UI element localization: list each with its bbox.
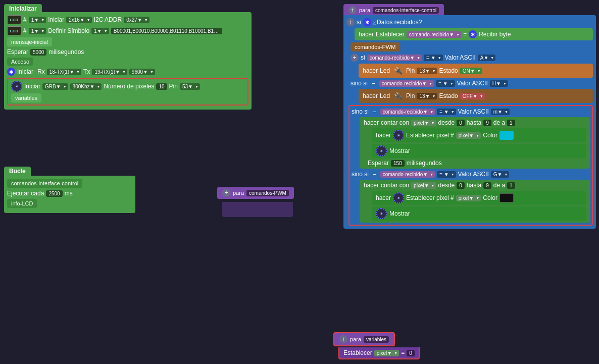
from5-val[interactable]: 0 [457,182,465,189]
grb-dropdown[interactable]: GRB▼ [42,83,68,90]
sino2-eq[interactable]: = ▼ [437,109,456,115]
sino2-var[interactable]: comando-recibido▼ [380,109,435,115]
off-val[interactable]: OFF▼ [460,93,485,99]
pixel4i-var[interactable]: pixel▼ [456,132,481,139]
ms150-label: milisegundos [407,160,442,167]
pin3-val[interactable]: 13▼ [417,93,437,99]
sino3-ascii-val[interactable]: G▼ [491,171,510,178]
contar4-label: contar con [381,119,409,126]
para-label-interface: para [359,7,370,13]
hacer2-block: hacer Led 🔌 Pin 13▼ Estado ON▼ [359,64,593,78]
ejecutar-label: Ejecutar cada [7,190,44,197]
cmd-recibido-var1[interactable]: comando-recibido▼ [407,31,461,38]
pixel-bottom-val[interactable]: 0 [407,350,415,356]
color-swatch-cyan[interactable] [500,131,514,140]
contar5-label: contar con [381,182,409,189]
lcd2-sym[interactable]: 1▼ [91,28,109,34]
hacer1-label: hacer [359,31,374,38]
pixel4-var[interactable]: pixel▼ [411,120,436,126]
definir-label: Definir Símbolo [48,27,89,34]
pixel-count[interactable]: 10 [156,83,167,90]
step5-val[interactable]: 1 [507,182,515,189]
color-swatch-black[interactable] [500,193,514,202]
si-datos-row: + si ✱ ¿Datos recibidos? [346,18,593,26]
rx-val[interactable]: 18-TX(1)▼ [47,69,81,75]
khz-dropdown[interactable]: 800Khz▼ [70,83,102,90]
hacer1-block: hacer Establecer comando-recibido▼ = ✱ R… [355,28,593,40]
canvas: Inicializar LCD # 1▼ Iniciar 2x16▼ I2C A… [0,0,599,364]
led2-label: Led [380,67,390,74]
tx-val[interactable]: 19-RX(1)▼ [92,69,127,75]
sino3-var[interactable]: comando-recibido▼ [380,171,435,178]
esperar-row: Esperar 5000 milisegundos [7,48,248,56]
establecer4i-label: Establecer pixel # [406,132,454,139]
estado3-label: Estado [439,92,458,99]
si2-ascii-val[interactable]: A▼ [478,55,496,61]
esperar-val[interactable]: 5000 [30,49,46,56]
establecer-pixel-block: Establecer pixel▼ = 0 [338,347,420,359]
pixel5i-var[interactable]: pixel▼ [456,195,481,201]
red-outline-section: sino si – comando-recibido▼ = ▼ Valor AS… [348,105,593,226]
sino-si3-label: sino si [352,171,369,178]
establecer-pixel-label: Establecer [343,349,372,356]
color5i-label: Color [483,194,497,201]
sino1-valor-label: Valor ASCII [457,80,488,87]
sino3-valor-label: Valor ASCII [458,171,489,178]
bt-iniciar-row: ✱ Iniciar Rx 18-TX(1)▼ Tx 19-RX(1)▼ 9600… [7,68,248,76]
desde5-label: desde [438,182,455,189]
sino3-eq[interactable]: = ▼ [437,171,456,178]
desde4-label: desde [438,119,455,126]
esperar-label: Esperar [7,48,28,56]
hacer5-row: hacer contar con pixel▼ desde 0 hasta 9 … [364,182,586,189]
hash2: # [23,27,27,34]
lcd-row-2: LCD # 1▼ Definir Símbolo 1▼ B00001,B0001… [7,26,248,35]
pixel-bottom-var[interactable]: pixel▼ [374,350,399,356]
plus-btn-pwm-left[interactable]: + [222,189,230,197]
para-interface-control: + para comandos-interface-control [343,4,444,16]
si2-valor-label: Valor ASCII [445,54,476,61]
plus-btn-si1[interactable]: + [346,18,355,26]
bucle-header: Bucle [4,167,31,176]
plus-btn-interface[interactable]: + [348,6,357,14]
lcd-icon-2: LCD [7,26,21,35]
bt-icon: ✱ [7,68,15,76]
hacer2-label: hacer [363,67,378,74]
sino2-ascii-val[interactable]: m▼ [491,109,510,115]
interface-name: comandos-interface-control [373,7,439,14]
val150[interactable]: 150 [391,160,405,167]
to5-val[interactable]: 9 [483,182,491,189]
neopixel-iniciar-label: Iniciar [24,83,40,90]
ms-label: ms [65,190,73,197]
mostrar2-block: ✷ Mostrar [372,206,586,221]
i2c-label: I2C ADDR [94,16,122,23]
baud-val[interactable]: 9600▼ [129,69,155,75]
ejecutar-row: Ejecutar cada 2500 ms [7,190,132,197]
color4i-label: Color [483,132,497,139]
plus-btn-variables[interactable]: + [339,335,347,343]
to4-val[interactable]: 9 [483,120,491,126]
sino1-ascii-val[interactable]: H▼ [490,80,508,87]
step4-val[interactable]: 1 [507,120,515,126]
from4-val[interactable]: 0 [457,120,465,126]
rx-label: Rx [37,68,45,75]
led3-label: Led [380,92,390,99]
lcd1-num[interactable]: 1▼ [29,17,46,23]
pixel5-var[interactable]: pixel▼ [411,182,436,189]
on-val[interactable]: ON▼ [460,68,482,74]
si2-var[interactable]: comando-recibido▼ [367,55,422,61]
sino1-eq[interactable]: = ▼ [436,80,455,87]
bt-iniciar-label: Iniciar [17,68,33,75]
para-comandos-pwm-left: + para comandos-PWM [217,187,294,199]
pin2-val[interactable]: 13▼ [417,68,437,74]
hacer4-label: hacer [364,119,379,126]
hasta4-label: hasta [467,119,481,126]
plus-btn-si2[interactable]: + [351,54,359,62]
sino1-var[interactable]: comando-recibido▼ [379,80,434,87]
lcd1-addr[interactable]: 0x27▼ [124,17,149,23]
si2-eq[interactable]: = ▼ [424,55,443,61]
estado2-label: Estado [439,67,458,74]
pin-val-neo[interactable]: 53▼ [180,83,200,90]
lcd1-size[interactable]: 2x16▼ [66,17,92,23]
cada-val[interactable]: 2500 [46,190,62,197]
lcd2-num[interactable]: 1▼ [29,28,46,34]
